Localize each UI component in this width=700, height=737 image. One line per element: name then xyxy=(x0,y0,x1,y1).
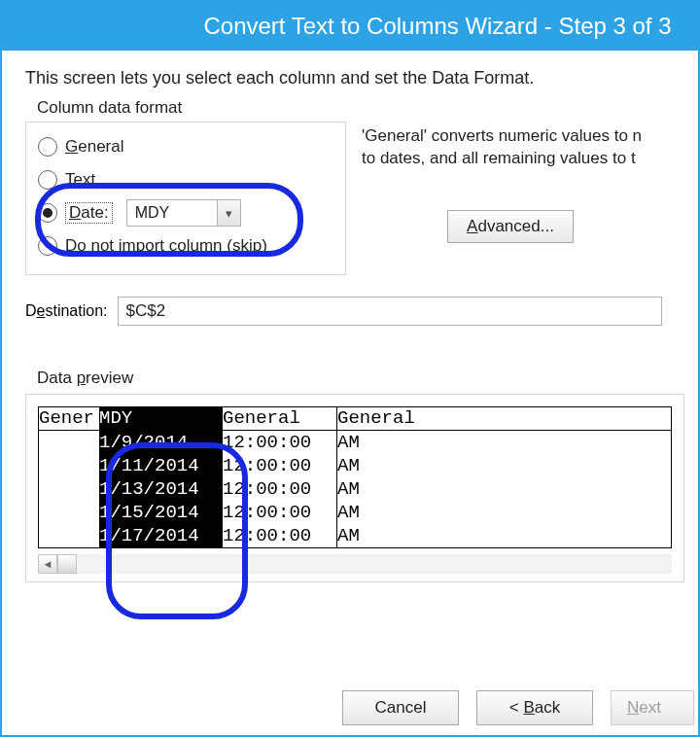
chevron-down-icon: ▾ xyxy=(217,200,240,226)
date-format-value: MDY xyxy=(127,204,217,222)
preview-body: 1/9/2014 1/11/2014 1/13/2014 1/15/2014 1… xyxy=(39,431,671,547)
preview-col-header-3[interactable]: General xyxy=(222,406,336,430)
preview-col-header-4[interactable]: General xyxy=(336,406,671,430)
general-description: 'General' converts numeric values to n t… xyxy=(362,125,698,170)
destination-row: Destination: xyxy=(25,297,698,326)
cancel-button[interactable]: Cancel xyxy=(342,690,459,725)
data-preview-label: Data preview xyxy=(37,368,698,388)
radio-icon xyxy=(38,137,57,157)
scroll-track[interactable] xyxy=(77,554,672,574)
preview-col-3[interactable]: 12:00:00 12:00:00 12:00:00 12:00:00 12:0… xyxy=(222,431,336,547)
column-format-group: General Text Date: MDY ▾ Do not import c… xyxy=(25,122,346,275)
destination-input[interactable] xyxy=(118,297,662,326)
advanced-button[interactable]: Advanced... xyxy=(447,210,574,243)
radio-skip[interactable]: Do not import column (skip) xyxy=(38,229,335,263)
preview-col-header-2[interactable]: MDY xyxy=(99,406,222,430)
radio-text[interactable]: Text xyxy=(38,163,335,196)
scroll-left-icon[interactable]: ◄ xyxy=(38,554,57,574)
preview-col-4[interactable]: AM AM AM AM AM xyxy=(336,431,671,547)
dialog-window: Convert Text to Columns Wizard - Step 3 … xyxy=(0,0,700,737)
preview-col-1[interactable] xyxy=(39,431,99,547)
date-format-select[interactable]: MDY ▾ xyxy=(126,199,241,227)
radio-icon xyxy=(38,236,57,256)
data-preview-box: Gener MDY General General 1/9/2014 1/11/… xyxy=(25,394,684,582)
horizontal-scrollbar[interactable]: ◄ xyxy=(38,554,672,574)
column-format-label: Column data format xyxy=(37,98,698,118)
radio-date-label: Date: xyxy=(65,203,113,223)
radio-icon xyxy=(38,170,57,190)
radio-icon-selected xyxy=(38,203,57,223)
titlebar: Convert Text to Columns Wizard - Step 3 … xyxy=(2,2,698,51)
preview-table[interactable]: Gener MDY General General 1/9/2014 1/11/… xyxy=(38,406,672,548)
intro-text: This screen lets you select each column … xyxy=(25,68,698,88)
radio-text-label: Text xyxy=(65,170,95,190)
back-button[interactable]: < Back xyxy=(476,690,593,725)
radio-skip-label: Do not import column (skip) xyxy=(65,236,267,256)
radio-general-label: General xyxy=(65,137,124,157)
next-button[interactable]: Next xyxy=(611,690,694,725)
radio-date[interactable]: Date: MDY ▾ xyxy=(38,196,335,229)
radio-general[interactable]: General xyxy=(38,130,335,163)
dialog-buttons: Cancel < Back Next xyxy=(2,690,698,725)
destination-label: Destination: xyxy=(25,302,108,320)
window-title: Convert Text to Columns Wizard - Step 3 … xyxy=(203,13,671,40)
preview-header-row: Gener MDY General General xyxy=(39,407,671,431)
scroll-thumb[interactable] xyxy=(57,554,77,574)
preview-col-header-1[interactable]: Gener xyxy=(39,406,99,430)
preview-col-2[interactable]: 1/9/2014 1/11/2014 1/13/2014 1/15/2014 1… xyxy=(99,431,222,547)
